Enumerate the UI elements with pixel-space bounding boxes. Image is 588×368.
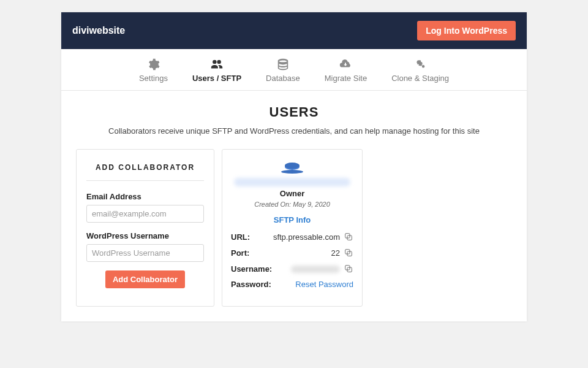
tab-migrate-site[interactable]: Migrate Site [325,58,367,83]
copy-icon[interactable] [344,232,353,242]
sftp-password-row: Password: Reset Password [231,280,353,289]
tab-label: Database [266,74,300,83]
gears-icon [413,58,427,71]
tab-bar: Settings Users / SFTP Database Migrate S… [61,49,527,91]
sftp-url-label: URL: [231,232,273,242]
sftp-username-value-redacted [280,264,340,274]
tab-users-sftp[interactable]: Users / SFTP [192,58,241,83]
sftp-port-label: Port: [231,248,280,258]
tab-label: Migrate Site [325,74,367,83]
sftp-username-row: Username: [231,264,353,274]
sftp-port-value: 22 [280,248,340,258]
tab-label: Users / SFTP [192,74,241,83]
page-subtitle: Collaborators receive unique SFTP and Wo… [61,126,527,136]
tab-label: Clone & Staging [391,74,449,83]
email-input[interactable] [86,205,204,223]
tab-settings[interactable]: Settings [139,58,168,83]
cloud-download-icon [339,58,352,71]
database-icon [276,58,290,71]
owner-card: Owner Created On: May 9, 2020 SFTP Info … [222,149,363,307]
sftp-info-heading: SFTP Info [231,215,353,224]
owner-name-redacted [234,178,350,186]
login-wordpress-button[interactable]: Log Into WordPress [417,21,516,40]
cards-row: ADD COLLABORATOR Email Address WordPress… [61,149,527,321]
add-collaborator-heading: ADD COLLABORATOR [86,163,204,181]
page-title: USERS [61,104,527,120]
email-label: Email Address [86,192,204,201]
tab-clone-staging[interactable]: Clone & Staging [391,58,449,83]
wp-username-input[interactable] [86,244,204,262]
sftp-port-row: Port: 22 [231,248,353,258]
gear-icon [146,58,160,71]
wp-username-label: WordPress Username [86,231,204,240]
svg-point-2 [285,163,300,169]
tab-database[interactable]: Database [266,58,300,83]
owner-role-label: Owner [231,189,353,198]
copy-icon[interactable] [344,264,353,274]
add-collaborator-button[interactable]: Add Collaborator [105,270,185,288]
add-collaborator-card: ADD COLLABORATOR Email Address WordPress… [76,149,214,307]
sftp-url-row: URL: sftp.pressable.com [231,232,353,242]
tab-label: Settings [139,74,168,83]
top-bar: diviwebsite Log Into WordPress [61,12,527,49]
site-title: diviwebsite [72,25,125,36]
sftp-url-value: sftp.pressable.com [273,232,340,242]
reset-password-link[interactable]: Reset Password [295,280,353,289]
owner-created-date: Created On: May 9, 2020 [231,201,353,208]
users-icon [210,58,224,71]
copy-icon[interactable] [344,248,353,258]
sftp-password-label: Password: [231,280,280,289]
sftp-username-label: Username: [231,264,280,274]
owner-hat-icon [280,159,304,174]
svg-point-0 [281,170,303,174]
